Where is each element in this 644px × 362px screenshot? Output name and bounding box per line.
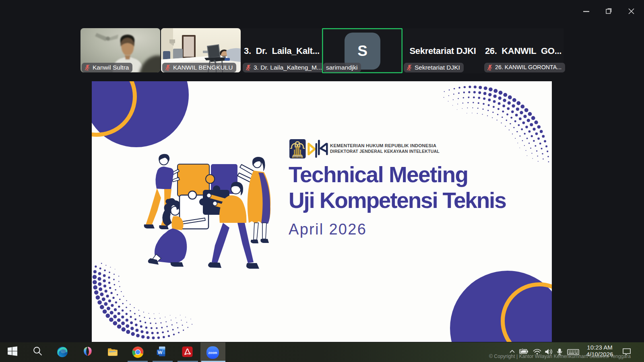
svg-text:zoom: zoom bbox=[208, 351, 217, 355]
